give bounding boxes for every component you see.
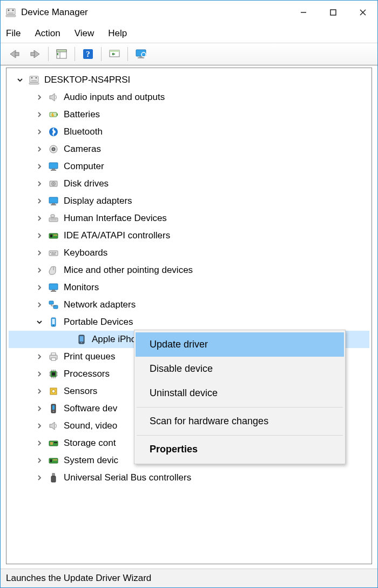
minimize-button[interactable] [288,3,318,22]
svg-rect-58 [52,290,55,291]
menu-help[interactable]: Help [108,28,127,39]
chevron-right-icon[interactable] [35,369,44,379]
tree-category-hid[interactable]: Human Interface Devices [9,210,369,227]
tree-category-label: Disk drives [63,178,110,189]
svg-rect-72 [52,372,55,376]
tree-category-cameras[interactable]: Cameras [9,141,369,158]
tree-root[interactable]: DESKTOP-NS4PRSI [9,71,369,89]
svg-rect-17 [110,50,119,52]
chevron-right-icon[interactable] [35,179,44,189]
chevron-right-icon[interactable] [35,421,44,431]
menu-view[interactable]: View [75,28,94,39]
chevron-right-icon[interactable] [35,248,44,258]
chevron-right-icon[interactable] [35,456,44,465]
computer-icon [48,161,59,172]
tree-category-label: Human Interface Devices [63,213,168,224]
tree-panel: DESKTOP-NS4PRSIAudio inputs and outputsB… [6,68,372,564]
network-icon [48,299,59,311]
close-button[interactable] [348,3,377,22]
svg-rect-57 [49,284,58,290]
tree-category-computer[interactable]: Computer [9,158,369,175]
chevron-right-icon[interactable] [35,404,44,413]
svg-rect-49 [53,235,57,236]
tree-category-usb[interactable]: Universal Serial Bus controllers [9,469,369,486]
svg-rect-66 [80,336,84,342]
context-menu-props[interactable]: Properties [136,437,344,462]
toolbar-separator [101,47,102,61]
tree-category-keyboards[interactable]: Keyboards [9,244,369,262]
help-button[interactable]: ? [78,46,98,62]
svg-rect-29 [57,113,58,116]
tree-category-label: Processors [63,369,111,379]
computer-icon [28,74,40,86]
tree-category-ide[interactable]: IDE ATA/ATAPI controllers [9,227,369,244]
svg-point-24 [31,77,33,79]
storage-icon [48,437,59,449]
context-menu-update[interactable]: Update driver [136,332,344,357]
audio-icon [48,91,59,103]
toolbar-separator [48,47,49,61]
chevron-right-icon[interactable] [35,213,44,223]
svg-rect-51 [50,252,51,253]
chevron-right-icon[interactable] [35,283,44,292]
chevron-right-icon[interactable] [35,162,44,171]
svg-rect-92 [54,442,57,443]
tree-category-monitors[interactable]: Monitors [9,279,369,296]
chevron-down-icon[interactable] [35,317,44,327]
svg-rect-53 [53,252,55,253]
system-icon [48,455,59,466]
keyboards-icon [48,247,59,259]
monitors-icon [48,282,59,293]
scan-hardware-button[interactable] [105,46,124,62]
chevron-right-icon[interactable] [35,196,44,206]
context-menu-scan[interactable]: Scan for hardware changes [136,409,344,433]
tree-category-disk[interactable]: Disk drives [9,175,369,192]
tree-category-portable[interactable]: Portable Devices [9,313,369,331]
chevron-right-icon[interactable] [35,265,44,275]
chevron-right-icon[interactable] [35,386,44,396]
context-menu-disable[interactable]: Disable device [136,357,344,381]
monitor-button[interactable] [131,46,151,62]
tree-category-label: Bluetooth [63,126,104,137]
svg-rect-10 [31,52,35,56]
svg-rect-50 [49,251,58,256]
menu-action[interactable]: Action [35,28,60,39]
tree-category-label: Batteries [63,109,101,120]
tree-category-bluetooth[interactable]: Bluetooth [9,123,369,141]
tree-category-label: Computer [63,161,105,172]
mice-icon [48,264,59,276]
tree-category-mice[interactable]: Mice and other pointing devices [9,262,369,279]
show-hide-tree-button[interactable] [52,46,71,62]
chevron-right-icon[interactable] [35,473,44,483]
chevron-right-icon[interactable] [35,300,44,310]
maximize-button[interactable] [318,3,348,22]
status-text: Launches the Update Driver Wizard [6,573,151,584]
tree-category-label: Display adapters [63,196,133,206]
context-menu-separator [137,435,343,436]
back-button[interactable] [5,46,24,62]
tree-category-label: Portable Devices [63,317,134,328]
forward-button[interactable] [25,46,45,62]
chevron-right-icon[interactable] [35,438,44,448]
svg-point-86 [52,390,55,393]
chevron-down-icon[interactable] [15,75,25,85]
svg-rect-40 [49,197,58,203]
chevron-right-icon[interactable] [35,127,44,137]
tree-category-label: Mice and other pointing devices [63,265,194,276]
menubar: File Action View Help [1,24,377,43]
tree-category-network[interactable]: Network adapters [9,296,369,313]
tree-category-batteries[interactable]: Batteries [9,106,369,123]
chevron-right-icon[interactable] [35,144,44,154]
tree-category-display[interactable]: Display adapters [9,192,369,210]
svg-rect-34 [49,163,58,169]
svg-rect-59 [51,291,56,292]
svg-rect-9 [15,52,19,56]
tree-category-audio[interactable]: Audio inputs and outputs [9,89,369,106]
menu-file[interactable]: File [6,28,21,39]
chevron-right-icon[interactable] [35,92,44,102]
context-menu-uninstall[interactable]: Uninstall device [136,381,344,405]
chevron-right-icon[interactable] [35,110,44,119]
chevron-right-icon[interactable] [35,231,44,240]
chevron-right-icon[interactable] [35,352,44,362]
svg-rect-44 [51,215,55,217]
